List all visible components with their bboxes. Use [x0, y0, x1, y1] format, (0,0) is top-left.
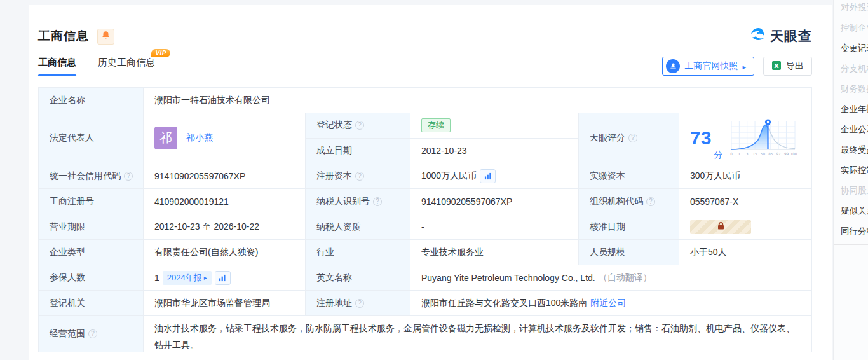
english-name-value: Puyang Yite Petroleum Technology Co., Lt… [421, 273, 595, 283]
help-icon[interactable] [646, 197, 655, 206]
business-term-value: 2012-10-23 至 2026-10-22 [144, 214, 306, 239]
tab-history-business-info[interactable]: 历史工商信息 VIP [98, 57, 155, 76]
bell-icon [101, 31, 111, 43]
reg-address-label-cell: 注册地址 [306, 291, 410, 315]
legal-rep-avatar[interactable]: 祁 [154, 127, 177, 149]
reg-address-cell: 濮阳市任丘路与文化路交叉口西100米路南 附近公司 [410, 291, 811, 315]
tab-business-info[interactable]: 工商信息 [38, 57, 76, 76]
company-name-label: 企业名称 [39, 88, 144, 113]
legal-rep-name-link[interactable]: 祁小燕 [186, 132, 213, 144]
svg-text:15: 15 [753, 152, 758, 156]
table-row: 统一社会信用代码 9141090205597067XP 注册资本 1000万人民… [39, 163, 811, 189]
table-row: 企业名称 濮阳市一特石油技术有限公司 [39, 88, 811, 113]
auto-translate-note: （自动翻译） [599, 272, 652, 284]
reg-authority-value: 濮阳市华龙区市场监督管理局 [144, 291, 306, 315]
tab-business-info-label: 工商信息 [38, 57, 76, 67]
sidebar-item-co-shareholders[interactable]: 协同股东 [834, 181, 868, 201]
sidebar-item-suspected-relations[interactable]: 疑似关系 [834, 201, 868, 221]
help-icon[interactable] [124, 172, 133, 181]
sidebar-item-beneficial-owner[interactable]: 最终受益人 [834, 140, 868, 160]
sidebar-item-actual-controller[interactable]: 实际控制人 [834, 160, 868, 181]
reg-capital-label: 注册资本 [316, 170, 352, 182]
help-icon[interactable] [355, 299, 364, 308]
sidebar-item-branches[interactable]: 分支机构 [834, 59, 868, 79]
page-title: 工商信息 [38, 28, 89, 45]
svg-text:X: X [774, 62, 779, 69]
status-badge: 存续 [421, 118, 451, 132]
stamp-icon [666, 59, 680, 73]
help-icon[interactable] [355, 172, 364, 181]
establish-date-value: 2012-10-23 [410, 139, 579, 163]
official-snapshot-button[interactable]: 工商官网快照 [662, 57, 754, 76]
sidebar-item-company-publicity[interactable]: 企业公示 [834, 120, 868, 140]
staff-size-label: 人员规模 [579, 240, 679, 265]
approval-date-cell [679, 214, 811, 239]
help-icon[interactable] [628, 134, 637, 142]
score-distribution-chart: 0 1 3 15 50 85 97 99 100 [729, 118, 797, 159]
org-code-value: 05597067-X [679, 189, 811, 214]
reg-authority-label: 登记机关 [39, 291, 144, 315]
sidebar-item-financial-data[interactable]: 财务数据 [834, 79, 868, 99]
company-name-value: 濮阳市一特石油技术有限公司 [144, 88, 811, 113]
insured-trend-icon[interactable] [215, 271, 231, 285]
score-label-cell: 天眼评分 [579, 113, 679, 163]
paid-capital-label: 实缴资本 [579, 163, 679, 188]
reg-capital-label-cell: 注册资本 [306, 163, 410, 188]
export-button[interactable]: X 导出 [763, 57, 812, 76]
lock-icon [717, 221, 725, 232]
excel-icon: X [771, 60, 782, 73]
score-cell[interactable]: 73 分 [679, 113, 811, 163]
svg-text:99: 99 [784, 152, 789, 156]
svg-text:85: 85 [769, 152, 774, 156]
business-term-label: 营业期限 [39, 214, 144, 239]
insured-count-label: 参保人数 [39, 265, 144, 290]
help-icon[interactable] [355, 121, 364, 130]
score-label: 天眼评分 [590, 132, 625, 144]
company-type-value: 有限责任公司(自然人独资) [144, 240, 306, 265]
taxpayer-quality-value: - [410, 214, 579, 239]
tianyancha-logo-text: 天眼查 [770, 27, 812, 45]
sidebar-item-change-records[interactable]: 变更记录 [834, 38, 868, 59]
active-tab-underline [38, 74, 76, 76]
table-row: 营业期限 2012-10-23 至 2026-10-22 纳税人资质 - 核准日… [39, 214, 811, 240]
svg-text:50: 50 [761, 152, 766, 156]
annual-report-chip[interactable]: 2024年报 [163, 271, 212, 285]
help-icon[interactable] [373, 197, 382, 206]
business-info-table: 企业名称 濮阳市一特石油技术有限公司 法定代表人 祁 祁小燕 登记状态 [38, 87, 812, 352]
credit-code-label-cell: 统一社会信用代码 [39, 163, 144, 188]
taxpayer-quality-label: 纳税人资质 [306, 214, 410, 239]
score-value: 73 [690, 128, 711, 148]
subscribe-bell-button[interactable] [97, 29, 114, 45]
credit-code-label: 统一社会信用代码 [50, 170, 121, 182]
insured-count-value: 1 [154, 273, 159, 283]
credit-code-value: 9141090205597067XP [144, 163, 306, 188]
business-scope-label-cell: 经营范围 [39, 316, 144, 352]
export-label: 导出 [786, 60, 804, 72]
establish-date-label: 成立日期 [306, 139, 410, 163]
nearby-companies-link[interactable]: 附近公司 [590, 298, 626, 309]
company-type-label: 企业类型 [39, 240, 144, 265]
help-icon[interactable] [88, 329, 97, 338]
sidebar-item-peer-analysis[interactable]: 同行分析 [834, 221, 868, 242]
capital-trend-icon[interactable] [480, 169, 496, 183]
table-row: 企业类型 有限责任公司(自然人独资) 行业 专业技术服务业 人员规模 小于50人 [39, 240, 811, 265]
reg-number-value: 410902000019121 [144, 189, 306, 214]
reg-status-cell: 存续 [410, 113, 579, 138]
business-scope-value: 油水井技术服务，钻采工程技术服务，防水防腐工程技术服务，金属管件设备磁力无损检测… [144, 316, 811, 352]
locked-value[interactable] [690, 220, 751, 234]
reg-status-label: 登记状态 [316, 120, 352, 131]
reg-status-label-cell: 登记状态 [306, 113, 410, 138]
industry-value: 专业技术服务业 [410, 240, 579, 265]
staff-size-value: 小于50人 [679, 240, 811, 265]
english-name-cell: Puyang Yite Petroleum Technology Co., Lt… [410, 265, 811, 290]
svg-text:0: 0 [731, 152, 733, 156]
section-nav-sidebar: 对外投资 控制企业 变更记录 分支机构 财务数据 企业年报 企业公示 最终受益人… [833, 0, 868, 360]
sidebar-item-annual-report[interactable]: 企业年报 [834, 99, 868, 120]
table-row: 工商注册号 410902000019121 纳税人识别号 91410902055… [39, 189, 811, 214]
taxpayer-id-label: 纳税人识别号 [316, 196, 370, 207]
reg-address-label: 注册地址 [316, 298, 352, 309]
sidebar-item-outbound-investment[interactable]: 对外投资 [834, 0, 868, 18]
taxpayer-id-label-cell: 纳税人识别号 [306, 189, 410, 214]
business-scope-label: 经营范围 [50, 328, 85, 340]
sidebar-item-controlled-companies[interactable]: 控制企业 [834, 18, 868, 38]
